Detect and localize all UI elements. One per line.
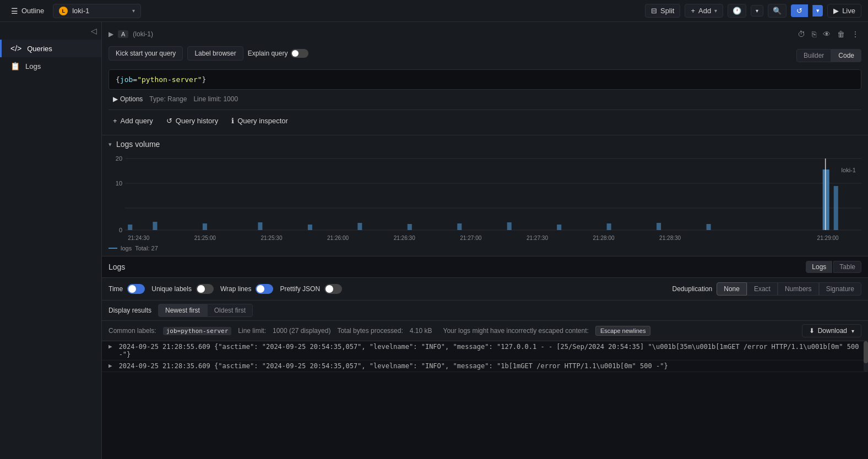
logs-tab-table[interactable]: Table	[833, 261, 861, 273]
volume-chart: 20 10 0	[109, 153, 861, 241]
scrollbar-track	[864, 341, 868, 372]
download-chevron-icon: ▾	[851, 328, 854, 334]
scrollbar-thumb[interactable]	[864, 341, 868, 363]
svg-text:21:26:30: 21:26:30	[394, 235, 416, 241]
logs-info-bar: Common labels: job=python-server Line li…	[102, 321, 868, 341]
clock-chevron-button[interactable]: ▾	[751, 5, 763, 17]
add-query-button[interactable]: + Add query	[109, 114, 158, 127]
query-eye-button[interactable]: 👁	[821, 28, 833, 41]
unique-labels-toggle[interactable]	[196, 284, 214, 294]
add-button[interactable]: + Add ▾	[685, 4, 723, 18]
logs-tab-logs[interactable]: Logs	[806, 261, 832, 273]
svg-text:21:24:30: 21:24:30	[128, 235, 150, 241]
plus-icon: +	[691, 7, 695, 15]
dedup-buttons: None Exact Numbers Signature	[717, 282, 861, 296]
legend-dash	[109, 248, 117, 249]
logs-volume-section: ▾ Logs volume 20 10 0	[102, 135, 868, 256]
svg-rect-14	[457, 223, 462, 230]
bytes-label: Total bytes processed:	[337, 327, 403, 335]
options-label: Options	[120, 95, 143, 103]
inspector-icon: ℹ	[231, 117, 234, 125]
code-label: Code	[838, 52, 854, 59]
log-expand-icon[interactable]: ▶	[109, 343, 112, 350]
dedup-signature-button[interactable]: Signature	[819, 282, 861, 296]
add-query-label: Add query	[121, 117, 153, 125]
refresh-caret-button[interactable]: ▾	[812, 5, 823, 17]
collapse-query-icon[interactable]: ▶	[109, 30, 113, 38]
wrap-lines-toggle[interactable]	[256, 284, 273, 294]
sidebar-item-logs[interactable]: 📋 Logs	[0, 57, 101, 75]
code-button[interactable]: Code	[831, 49, 861, 62]
zoom-button[interactable]: 🔍	[768, 4, 786, 18]
svg-text:21:26:00: 21:26:00	[327, 235, 349, 241]
logs-volume-chevron-icon: ▾	[109, 141, 112, 148]
query-buttons: Kick start your query Label browser Expl…	[109, 46, 308, 61]
log-expand-icon-2[interactable]: ▶	[109, 362, 112, 369]
prettify-json-toggle[interactable]	[324, 284, 342, 294]
sidebar-item-queries[interactable]: </> Queries	[0, 40, 101, 57]
time-toggle-knob	[128, 285, 136, 293]
unique-labels-knob	[197, 285, 205, 293]
query-delete-button[interactable]: 🗑	[835, 28, 847, 41]
log-lines-container: ▶ 2024-09-25 21:28:55.609 {"asctime": "2…	[102, 341, 868, 372]
svg-text:21:27:00: 21:27:00	[460, 235, 482, 241]
query-datasource-label: (loki-1)	[133, 30, 153, 38]
logs-view-tabs: Logs Table	[806, 261, 861, 273]
query-copy-button[interactable]: ⎘	[810, 28, 818, 41]
dedup-label: Deduplication	[672, 285, 713, 293]
split-label: Split	[660, 7, 674, 15]
type-label: Type: Range	[149, 95, 187, 103]
sidebar: ◁ </> Queries 📋 Logs	[0, 22, 102, 459]
newest-first-button[interactable]: Newest first	[158, 304, 207, 317]
split-button[interactable]: ⊟ Split	[645, 4, 680, 18]
display-results-row: Display results Newest first Oldest firs…	[102, 300, 868, 321]
refresh-button[interactable]: ↺	[791, 4, 808, 17]
outline-icon: ☰	[11, 7, 18, 15]
line-limit-label: Line limit:	[238, 327, 266, 335]
wrap-lines-label: Wrap lines	[220, 285, 251, 293]
code-icon: </>	[10, 44, 21, 53]
svg-rect-11	[308, 225, 312, 230]
query-more-button[interactable]: ⋮	[849, 28, 861, 41]
clock-button[interactable]: 🕐	[728, 4, 746, 18]
legend-logs-label: logs	[121, 245, 132, 252]
topbar-actions: ⊟ Split + Add ▾ 🕐 ▾ 🔍 ↺ ▾ ▶ Live	[645, 4, 861, 18]
query-clock-button[interactable]: ⏱	[795, 28, 807, 41]
escape-newlines-button[interactable]: Escape newlines	[595, 326, 651, 336]
outline-button[interactable]: ☰ Outline	[7, 4, 48, 18]
logs-controls: Time Unique labels Wrap lines	[102, 278, 868, 300]
log-text-2: 2024-09-25 21:28:35.609 {"asctime": "202…	[119, 362, 861, 370]
query-toolbar: + Add query ↺ Query history ℹ Query insp…	[109, 110, 861, 129]
datasource-selector[interactable]: L loki-1 ▾	[53, 4, 141, 18]
kick-start-button[interactable]: Kick start your query	[109, 46, 183, 61]
svg-text:21:25:00: 21:25:00	[194, 235, 216, 241]
time-toggle[interactable]	[127, 284, 145, 294]
dedup-none-button[interactable]: None	[717, 282, 747, 296]
logs-volume-header[interactable]: ▾ Logs volume	[109, 140, 861, 149]
label-browser-label: Label browser	[194, 50, 236, 57]
oldest-first-button[interactable]: Oldest first	[207, 304, 253, 317]
topbar: ☰ Outline L loki-1 ▾ ⊟ Split + Add ▾ 🕐 ▾…	[0, 0, 868, 22]
dedup-exact-button[interactable]: Exact	[747, 282, 778, 296]
main-layout: ◁ </> Queries 📋 Logs ▶ A (loki-1) ⏱ ⎘ 👁 …	[0, 22, 868, 459]
options-chevron-icon: ▶	[113, 95, 118, 103]
options-toggle[interactable]: ▶ Options	[113, 95, 143, 103]
svg-rect-20	[823, 170, 829, 230]
svg-rect-15	[507, 222, 512, 230]
sidebar-collapse[interactable]: ◁	[0, 22, 101, 40]
download-button[interactable]: ⬇ Download ▾	[802, 324, 861, 337]
label-browser-button[interactable]: Label browser	[187, 46, 243, 61]
builder-button[interactable]: Builder	[796, 49, 831, 62]
builder-code-buttons: Builder Code	[796, 49, 861, 62]
svg-rect-12	[357, 223, 362, 230]
explain-query-toggle[interactable]	[291, 49, 308, 58]
live-button[interactable]: ▶ Live	[827, 4, 861, 18]
query-editor[interactable]: {job="python-server"}	[109, 69, 861, 90]
datasource-name: loki-1	[72, 7, 89, 15]
query-inspector-button[interactable]: ℹ Query inspector	[227, 114, 292, 127]
svg-rect-9	[203, 223, 207, 230]
datasource-icon: L	[59, 7, 68, 15]
dedup-numbers-button[interactable]: Numbers	[778, 282, 819, 296]
query-history-button[interactable]: ↺ Query history	[162, 114, 223, 127]
unique-labels-label: Unique labels	[151, 285, 192, 293]
